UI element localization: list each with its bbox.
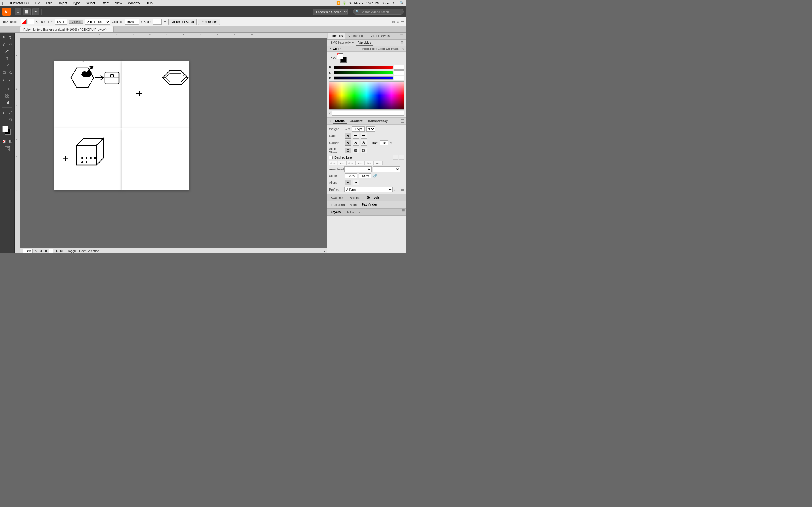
pen-tool[interactable]	[1, 48, 14, 55]
color-guide-tab-btn[interactable]: Color Gui	[378, 47, 391, 50]
profile-flip1-btn[interactable]: ↕	[394, 187, 396, 191]
cap-style-select[interactable]: 3 pt. Round	[85, 19, 110, 24]
artboard-3[interactable]: +	[54, 128, 122, 190]
scale-link-btn[interactable]: 🔗	[373, 174, 377, 178]
svg-interactivity-tab[interactable]: SVG Interactivity	[328, 40, 356, 46]
paintbrush-tool[interactable]	[1, 76, 7, 83]
b-value-input[interactable]	[394, 76, 404, 80]
gap-input-2[interactable]	[356, 161, 364, 165]
style-chevron[interactable]: ▼	[163, 20, 167, 24]
next-page-btn[interactable]: ▶	[56, 249, 58, 252]
type-tool[interactable]: T	[1, 55, 14, 62]
prev-page-btn[interactable]: |◀	[39, 249, 42, 252]
transform-tool-btn[interactable]: ⊞	[15, 8, 21, 15]
symbols-tab[interactable]: Symbols	[364, 194, 382, 201]
artboards-tab[interactable]: Artboards	[344, 209, 362, 216]
none-color-btn[interactable]	[1, 138, 7, 145]
rectangle-tool[interactable]	[1, 69, 7, 76]
bottom-panel1-menu-btn[interactable]: ☰	[402, 194, 405, 201]
menu-file[interactable]: File	[34, 1, 41, 5]
r-slider[interactable]	[334, 66, 393, 69]
g-value-input[interactable]	[394, 70, 404, 75]
stroke-arrow-down[interactable]: ▼	[50, 20, 53, 23]
weight-unit-select[interactable]: pt	[366, 126, 375, 131]
draw-tool-btn[interactable]: ✒	[33, 8, 39, 15]
dash-input-2[interactable]	[347, 161, 356, 165]
b-slider[interactable]	[334, 76, 393, 80]
bottom-panel2-menu-btn[interactable]: ☰	[402, 202, 405, 208]
fill-color-swatch[interactable]	[21, 19, 27, 24]
bottom-panel3-menu-btn[interactable]: ☰	[402, 209, 405, 216]
selection-tool[interactable]	[1, 34, 7, 41]
apple-menu[interactable]: 	[2, 1, 4, 5]
stroke-arrow-up[interactable]: ▲	[47, 20, 50, 23]
gap-input-1[interactable]	[338, 161, 347, 165]
opacity-expand-icon[interactable]: ›	[141, 20, 142, 24]
menu-view[interactable]: View	[114, 1, 123, 5]
magic-wand-tool[interactable]	[1, 41, 7, 48]
limit-close-btn[interactable]: ×	[390, 141, 392, 145]
dash-input-1[interactable]	[329, 161, 338, 165]
eyedropper-tool[interactable]	[1, 109, 7, 115]
stroke-type-preview[interactable]: Uniform	[69, 20, 83, 24]
swap-colors-btn[interactable]: ⇄	[329, 56, 332, 60]
menu-window[interactable]: Window	[127, 1, 141, 5]
corner-miter-btn[interactable]	[345, 140, 351, 146]
artboard-1[interactable]	[54, 61, 122, 128]
panel-menu-icon[interactable]: ☰	[400, 19, 404, 24]
direct-selection-tool[interactable]	[7, 34, 14, 41]
menu-illustrator[interactable]: Illustrator CC	[8, 1, 30, 5]
stroke-value-input[interactable]	[55, 19, 67, 24]
workspace-select[interactable]: Essentials Classic	[313, 9, 348, 15]
weight-up-arrow[interactable]: ▲	[345, 128, 347, 130]
distribute-icon[interactable]: ≡	[397, 20, 399, 24]
line-tool[interactable]	[1, 62, 14, 69]
appearance-tab[interactable]: Appearance	[345, 33, 366, 40]
color-section-header[interactable]: ▼ Color Properties: Color Gui Image Tra	[327, 46, 406, 52]
scale-end-input[interactable]	[359, 173, 371, 178]
canvas-area[interactable]: -3 -2 -1 0 1 2 3 4 5 6 7 8 9 10 11 0 1 2…	[15, 33, 327, 253]
artboard-4[interactable]	[122, 128, 190, 190]
pathfinder-tab[interactable]: Pathfinder	[359, 202, 379, 208]
dashed-preset2-btn[interactable]	[399, 155, 404, 160]
scroll-right-btn[interactable]: ›	[324, 249, 325, 252]
tab-close-btn[interactable]: ×	[108, 28, 110, 31]
document-setup-btn[interactable]: Document Setup	[168, 18, 197, 25]
align-inside-btn[interactable]	[353, 148, 359, 153]
align-tab[interactable]: Align	[348, 202, 359, 208]
cap-butt-btn[interactable]	[345, 133, 351, 138]
align-outside-btn[interactable]	[361, 148, 367, 153]
hex-input[interactable]	[332, 111, 404, 116]
profile-flip2-btn[interactable]: ↔	[397, 187, 400, 191]
eraser-tool[interactable]	[1, 86, 14, 92]
opacity-input[interactable]	[125, 19, 139, 24]
swatches-tab[interactable]: Swatches	[328, 194, 347, 201]
gradient-tab[interactable]: Gradient	[347, 119, 364, 124]
document-tab[interactable]: Ruby Hunters Backgrounds.ai @ 100% (RGB/…	[20, 26, 114, 33]
cap-projecting-btn[interactable]	[361, 133, 367, 138]
artboard-tool-btn[interactable]: ⬜	[23, 8, 31, 15]
menu-edit[interactable]: Edit	[45, 1, 53, 5]
stroke-color-swatch[interactable]	[28, 19, 34, 24]
chart-tool[interactable]	[1, 100, 14, 106]
cap-round-btn[interactable]	[353, 133, 359, 138]
menu-select[interactable]: Select	[85, 1, 96, 5]
dash-input-3[interactable]	[365, 161, 373, 165]
gradient-color-btn[interactable]	[7, 138, 14, 145]
corner-round-btn[interactable]	[353, 140, 359, 146]
pencil-tool[interactable]	[7, 76, 14, 83]
search-icon[interactable]: 🔍	[400, 1, 404, 5]
stroke-panel-menu[interactable]: ☰	[401, 119, 404, 123]
libraries-tab[interactable]: Libraries	[328, 33, 345, 40]
stroke-tab[interactable]: Stroke	[333, 119, 347, 124]
transform-grid-tool[interactable]	[1, 93, 14, 99]
arrowhead-start-select[interactable]: —	[344, 166, 371, 172]
transparency-tab[interactable]: Transparency	[365, 119, 390, 124]
blend-tool[interactable]: ⋮	[1, 116, 7, 122]
graphic-styles-tab[interactable]: Graphic Styles	[367, 33, 392, 40]
arrowhead-end-select[interactable]: —	[373, 166, 400, 172]
menu-type[interactable]: Type	[71, 1, 81, 5]
search-stock-box[interactable]: 🔍 Search Adobe Stock	[353, 9, 404, 15]
weight-down-arrow[interactable]: ▼	[348, 128, 350, 130]
color-spectrum[interactable]	[329, 81, 404, 110]
